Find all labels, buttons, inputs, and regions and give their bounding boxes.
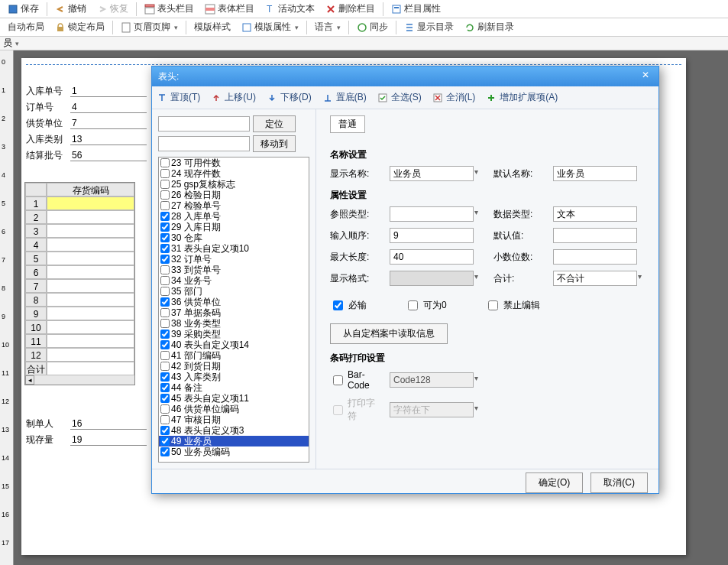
column-header[interactable]: 存货编码 — [47, 183, 134, 196]
item-checkbox[interactable] — [160, 319, 170, 328]
table-row[interactable]: 6 — [25, 265, 134, 279]
header-footer-button[interactable]: 页眉页脚▾ — [116, 19, 183, 35]
item-checkbox[interactable] — [160, 447, 170, 456]
cell[interactable] — [47, 334, 134, 348]
decimal-input[interactable] — [553, 249, 637, 265]
show-toc-button[interactable]: 显示目录 — [400, 19, 458, 35]
cell[interactable] — [47, 293, 134, 307]
move-top-button[interactable]: 置顶(T) — [157, 91, 200, 104]
item-checkbox[interactable] — [160, 394, 170, 403]
locate-button[interactable]: 定位 — [253, 115, 296, 132]
item-checkbox[interactable] — [160, 190, 170, 200]
default-value-input[interactable] — [553, 228, 637, 243]
cell[interactable] — [47, 224, 134, 238]
item-checkbox[interactable] — [160, 351, 170, 360]
select-none-button[interactable]: 全消(L) — [432, 91, 476, 104]
cell[interactable] — [47, 348, 134, 362]
close-button[interactable]: ✕ — [639, 70, 652, 83]
barcode-check[interactable] — [333, 375, 343, 385]
list-item[interactable]: 50 业务员编码 — [159, 446, 309, 457]
item-checkbox[interactable] — [160, 372, 170, 382]
max-length-input[interactable] — [390, 249, 474, 265]
item-checkbox[interactable] — [160, 415, 170, 424]
input-order-input[interactable] — [390, 228, 474, 243]
item-checkbox[interactable] — [160, 287, 170, 296]
data-type-input[interactable] — [553, 206, 637, 222]
item-checkbox[interactable] — [160, 265, 170, 274]
item-checkbox[interactable] — [160, 222, 170, 232]
field-value[interactable]: 7 — [70, 118, 147, 129]
ok-button[interactable]: 确定(O) — [526, 472, 583, 493]
cell[interactable] — [47, 320, 134, 334]
move-up-button[interactable]: 上移(U) — [211, 91, 256, 104]
save-button[interactable]: 保存 — [3, 1, 44, 17]
table-row[interactable]: 1 — [25, 196, 134, 210]
select-all-button[interactable]: 全选(S) — [377, 91, 422, 104]
template-props-button[interactable]: 模版属性▾ — [237, 19, 303, 35]
printchar-checkbox[interactable]: 打印字符 — [330, 397, 377, 423]
table-row[interactable]: 12 — [25, 348, 134, 362]
item-checkbox[interactable] — [160, 426, 170, 435]
table-row[interactable]: 11 — [25, 334, 134, 348]
add-extension-button[interactable]: 增加扩展项(A) — [486, 91, 558, 104]
cell[interactable] — [47, 196, 134, 210]
table-row[interactable]: 5 — [25, 252, 134, 265]
field-value[interactable]: 1 — [70, 86, 147, 97]
sync-button[interactable]: 同步 — [352, 19, 393, 35]
item-checkbox[interactable] — [160, 180, 170, 189]
item-checkbox[interactable] — [160, 340, 170, 349]
required-checkbox[interactable]: 必输 — [330, 298, 367, 313]
redo-button[interactable]: 恢复 — [92, 1, 133, 17]
table-row[interactable]: 7 — [25, 279, 134, 293]
moveto-button[interactable]: 移动到 — [253, 135, 296, 152]
moveto-input[interactable] — [158, 136, 250, 151]
undo-button[interactable]: 撤销 — [50, 1, 91, 17]
delete-column-button[interactable]: 删除栏目 — [321, 1, 380, 17]
item-checkbox[interactable] — [160, 255, 170, 264]
item-checkbox[interactable] — [160, 362, 170, 371]
template-style-button[interactable]: 模版样式 — [189, 19, 235, 35]
display-name-input[interactable] — [390, 166, 474, 181]
cell[interactable] — [47, 238, 134, 252]
tab-general[interactable]: 普通 — [330, 115, 365, 133]
ref-type-input[interactable] — [390, 206, 474, 222]
item-checkbox[interactable] — [160, 233, 170, 242]
move-down-button[interactable]: 下移(D) — [267, 91, 312, 104]
zero-checkbox[interactable]: 可为0 — [405, 298, 447, 313]
move-bottom-button[interactable]: 置底(B) — [322, 91, 367, 104]
item-checkbox[interactable] — [160, 212, 170, 221]
field-value[interactable]: 19 — [70, 434, 147, 446]
field-value[interactable]: 56 — [70, 150, 147, 161]
item-checkbox[interactable] — [160, 308, 170, 317]
field-value[interactable]: 4 — [70, 102, 147, 113]
column-list[interactable]: 23 可用件数24 现存件数25 gsp复核标志26 检验日期27 检验单号28… — [158, 157, 309, 463]
column-props-button[interactable]: 栏目属性 — [387, 1, 445, 17]
table-row[interactable]: 3 — [25, 224, 134, 238]
field-value[interactable]: 13 — [70, 134, 147, 145]
item-checkbox[interactable] — [160, 201, 170, 210]
cell[interactable] — [47, 252, 134, 265]
dialog-title-bar[interactable]: 表头: ✕ — [152, 67, 658, 86]
item-checkbox[interactable] — [160, 244, 170, 253]
search-input[interactable] — [158, 116, 250, 132]
item-checkbox[interactable] — [160, 404, 170, 414]
item-checkbox[interactable] — [160, 169, 170, 178]
language-button[interactable]: 语言▾ — [310, 19, 345, 35]
item-checkbox[interactable] — [160, 437, 170, 446]
item-checkbox[interactable] — [160, 276, 170, 285]
item-checkbox[interactable] — [160, 383, 170, 392]
active-text-button[interactable]: T活动文本 — [260, 1, 319, 17]
lock-layout-button[interactable]: 锁定布局 — [50, 19, 109, 35]
body-column-button[interactable]: 表体栏目 — [200, 1, 259, 17]
table-row[interactable]: 9 — [25, 307, 134, 320]
header-column-button[interactable]: 表头栏目 — [140, 1, 199, 17]
scroll-left-icon[interactable]: ◂ — [25, 375, 34, 385]
auto-layout-button[interactable]: 自动布局 — [3, 19, 49, 35]
zero-check[interactable] — [408, 300, 418, 310]
cancel-button[interactable]: 取消(C) — [590, 472, 648, 493]
body-grid[interactable]: 存货编码 123456789101112 合计 ◂ — [24, 182, 135, 385]
item-checkbox[interactable] — [160, 330, 170, 339]
cell[interactable] — [47, 265, 134, 279]
item-checkbox[interactable] — [160, 297, 170, 307]
noedit-check[interactable] — [488, 300, 498, 310]
